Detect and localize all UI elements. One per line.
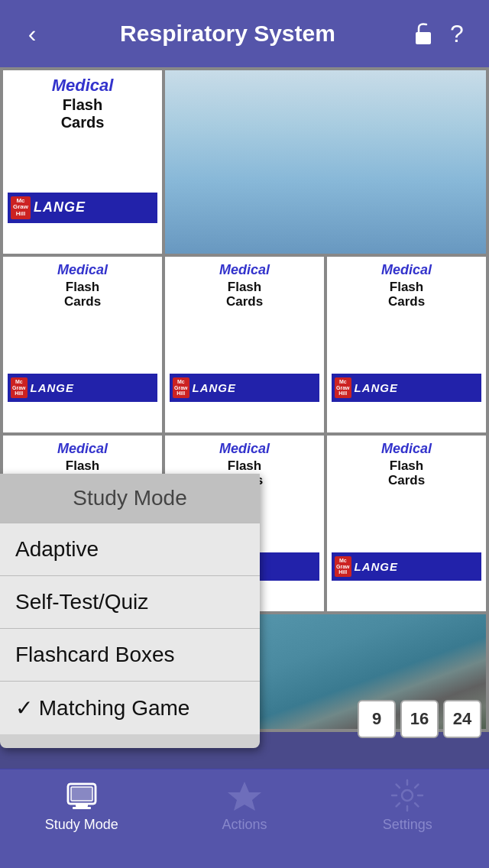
- tab-bar: Study Mode Actions Settings: [0, 769, 489, 868]
- flashcard-1[interactable]: Medical FlashCards McGrawHill LANGE: [3, 70, 162, 254]
- tab-study-mode[interactable]: Study Mode: [1, 779, 162, 833]
- dropdown-flashcard-boxes[interactable]: Flashcard Boxes: [0, 628, 260, 681]
- flashcard-sub-3: FlashCards: [226, 280, 263, 309]
- photo-1: [165, 70, 486, 254]
- lange-text-3: LANGE: [193, 381, 237, 394]
- photo-2: Medical FlashCards McGrawHill LANGE: [327, 436, 486, 611]
- lange-badge-2: McGrawHill LANGE: [8, 374, 157, 402]
- lock-icon[interactable]: [406, 17, 440, 50]
- lange-text: LANGE: [34, 199, 86, 215]
- sky-background: [165, 70, 486, 254]
- mgh-logo-3: McGrawHill: [173, 377, 189, 398]
- tab-actions[interactable]: Actions: [164, 779, 325, 833]
- svg-rect-0: [416, 32, 431, 44]
- flashcard-sub-7: FlashCards: [388, 458, 425, 488]
- study-mode-dropdown: Study Mode Adaptive Self-Test/Quiz Flash…: [0, 474, 260, 748]
- svg-rect-4: [73, 807, 91, 809]
- dropdown-arrow: [144, 734, 171, 748]
- svg-point-8: [402, 790, 413, 801]
- dropdown-header: Study Mode: [0, 474, 260, 523]
- flashcard-2[interactable]: Medical FlashCards McGrawHill LANGE: [3, 257, 162, 432]
- dropdown-matching-game[interactable]: Matching Game: [0, 681, 260, 734]
- lange-badge-7: McGrawHill LANGE: [332, 552, 481, 581]
- tab-settings-label: Settings: [383, 817, 432, 833]
- lange-badge-3: McGrawHill LANGE: [170, 374, 319, 402]
- page-24[interactable]: 24: [443, 700, 481, 738]
- study-mode-icon: [63, 779, 101, 812]
- lange-text-7: LANGE: [355, 560, 399, 573]
- back-button[interactable]: ‹: [15, 20, 49, 48]
- tab-actions-label: Actions: [222, 817, 267, 833]
- header: ‹ Respiratory System ?: [0, 0, 489, 67]
- flashcard-4[interactable]: Medical FlashCards McGrawHill LANGE: [327, 257, 486, 432]
- page-title: Respiratory System: [49, 21, 406, 47]
- tab-study-mode-label: Study Mode: [45, 817, 118, 833]
- lange-badge: McGrawHill LANGE: [8, 193, 157, 223]
- svg-rect-2: [71, 787, 92, 801]
- flashcard-title: Medical: [52, 76, 114, 95]
- flashcard-sub-2: FlashCards: [64, 280, 101, 309]
- flashcard-title-4: Medical: [381, 263, 432, 278]
- pagination-row: 9 16 24: [358, 700, 481, 738]
- svg-marker-7: [228, 782, 261, 811]
- mgh-logo-2: McGrawHill: [11, 377, 28, 398]
- settings-icon: [388, 779, 426, 812]
- flashcard-title-7: Medical: [381, 442, 432, 457]
- page-16[interactable]: 16: [400, 700, 439, 738]
- flashcard-sub-4: FlashCards: [388, 280, 425, 309]
- mgh-logo: McGrawHill: [11, 196, 31, 219]
- mgh-logo-7: McGrawHill: [335, 556, 351, 577]
- actions-icon: [225, 779, 264, 812]
- lange-text-4: LANGE: [355, 381, 399, 394]
- flashcard-title-3: Medical: [219, 263, 270, 278]
- flashcard-sub: FlashCards: [61, 96, 105, 131]
- dropdown-selftest[interactable]: Self-Test/Quiz: [0, 575, 260, 628]
- flashcard-title-2: Medical: [57, 263, 108, 278]
- flashcard-title-6: Medical: [219, 442, 270, 457]
- mgh-logo-4: McGrawHill: [335, 377, 351, 398]
- tab-settings[interactable]: Settings: [327, 779, 488, 833]
- dropdown-adaptive[interactable]: Adaptive: [0, 523, 260, 575]
- help-button[interactable]: ?: [440, 20, 474, 48]
- page-9[interactable]: 9: [358, 700, 396, 738]
- lange-badge-4: McGrawHill LANGE: [332, 374, 481, 402]
- flashcard-title-5: Medical: [57, 442, 108, 457]
- flashcard-3[interactable]: Medical FlashCards McGrawHill LANGE: [165, 257, 324, 432]
- lange-text-2: LANGE: [31, 381, 75, 394]
